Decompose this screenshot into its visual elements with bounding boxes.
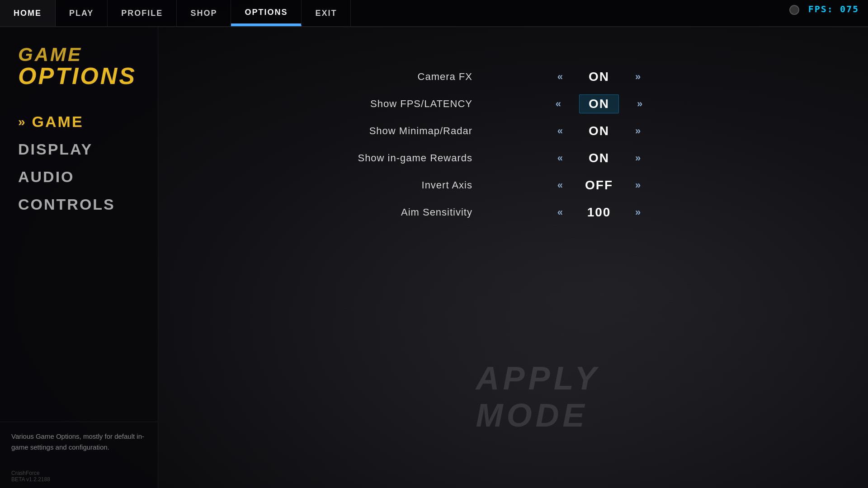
- option-row-invert-axis: Invert AxisOFF: [310, 172, 717, 199]
- arrow-left-show-fps[interactable]: [551, 96, 566, 112]
- option-row-show-minimap: Show Minimap/RadarON: [310, 117, 717, 145]
- nav-items: HOMEPLAYPROFILESHOPOPTIONSEXIT: [0, 0, 351, 26]
- nav-item-exit[interactable]: EXIT: [302, 0, 351, 26]
- sidebar-item-label-display: DISPLAY: [18, 141, 93, 158]
- option-label-camera-fx: Camera FX: [310, 71, 481, 83]
- option-row-camera-fx: Camera FXON: [310, 63, 717, 90]
- option-control-camera-fx: ON: [481, 69, 717, 85]
- arrow-right-camera-fx[interactable]: [631, 69, 645, 85]
- fps-value: 075: [840, 4, 859, 14]
- navigation-bar: HOMEPLAYPROFILESHOPOPTIONSEXIT FPS: 075: [0, 0, 868, 27]
- option-control-aim-sensitivity: 100: [481, 204, 717, 221]
- option-row-show-rewards: Show in-game RewardsON: [310, 145, 717, 172]
- version-info: CrashForce BETA v1.2.2188: [0, 466, 158, 488]
- sidebar-menu: »GAMEDISPLAYAUDIOCONTROLS: [0, 97, 158, 422]
- title-line1: GAME: [18, 45, 140, 64]
- option-row-aim-sensitivity: Aim Sensitivity100: [310, 199, 717, 226]
- version-line2: BETA v1.2.2188: [11, 476, 146, 483]
- nav-item-shop[interactable]: SHOP: [177, 0, 231, 26]
- arrow-right-aim-sensitivity[interactable]: [631, 204, 645, 221]
- arrow-right-invert-axis[interactable]: [631, 177, 645, 193]
- option-value-show-minimap: ON: [581, 124, 617, 138]
- sidebar-description: Various Game Options, mostly for default…: [0, 422, 158, 466]
- arrow-left-aim-sensitivity[interactable]: [553, 204, 567, 221]
- sidebar-item-label-controls: CONTROLS: [18, 196, 115, 213]
- arrow-left-show-minimap[interactable]: [553, 123, 567, 139]
- title-line2: OPTIONS: [18, 64, 140, 88]
- arrow-right-show-rewards[interactable]: [631, 150, 645, 166]
- arrow-left-show-rewards[interactable]: [553, 150, 567, 166]
- fps-label: FPS:: [808, 4, 834, 14]
- option-value-camera-fx: ON: [581, 70, 617, 84]
- option-label-aim-sensitivity: Aim Sensitivity: [310, 206, 481, 218]
- option-value-invert-axis: OFF: [581, 178, 617, 192]
- option-control-invert-axis: OFF: [481, 177, 717, 193]
- description-text: Various Game Options, mostly for default…: [11, 431, 146, 453]
- nav-item-options[interactable]: OPTIONS: [231, 0, 302, 26]
- option-control-show-minimap: ON: [481, 123, 717, 139]
- main-content: Camera FXONShow FPS/LATENCYONShow Minima…: [158, 27, 868, 488]
- apply-overlay: APPLYMODE: [476, 360, 600, 434]
- version-line1: CrashForce: [11, 470, 146, 476]
- option-row-show-fps: Show FPS/LATENCYON: [310, 90, 717, 117]
- option-value-show-fps: ON: [579, 94, 619, 113]
- arrow-left-invert-axis[interactable]: [553, 177, 567, 193]
- active-arrow-icon: »: [18, 115, 27, 129]
- fps-counter: FPS: 075: [789, 4, 859, 15]
- arrow-right-show-minimap[interactable]: [631, 123, 645, 139]
- sidebar-item-label-game: GAME: [32, 113, 84, 131]
- fps-icon: [789, 5, 799, 15]
- arrow-left-camera-fx[interactable]: [553, 69, 567, 85]
- nav-item-home[interactable]: HOME: [0, 0, 56, 26]
- option-label-show-minimap: Show Minimap/Radar: [310, 125, 481, 137]
- sidebar-item-audio[interactable]: AUDIO: [18, 165, 140, 188]
- option-label-invert-axis: Invert Axis: [310, 179, 481, 191]
- option-value-aim-sensitivity: 100: [581, 205, 617, 220]
- option-control-show-rewards: ON: [481, 150, 717, 166]
- sidebar-item-controls[interactable]: CONTROLS: [18, 193, 140, 216]
- sidebar: GAME OPTIONS »GAMEDISPLAYAUDIOCONTROLS V…: [0, 27, 158, 488]
- sidebar-title: GAME OPTIONS: [0, 27, 158, 97]
- option-label-show-rewards: Show in-game Rewards: [310, 152, 481, 164]
- sidebar-item-display[interactable]: DISPLAY: [18, 138, 140, 161]
- options-container: Camera FXONShow FPS/LATENCYONShow Minima…: [310, 63, 717, 226]
- arrow-right-show-fps[interactable]: [632, 96, 647, 112]
- nav-item-profile[interactable]: PROFILE: [108, 0, 177, 26]
- apply-label-bg: APPLYMODE: [476, 360, 600, 433]
- sidebar-item-label-audio: AUDIO: [18, 168, 75, 186]
- nav-item-play[interactable]: PLAY: [56, 0, 108, 26]
- option-value-show-rewards: ON: [581, 151, 617, 165]
- sidebar-item-game[interactable]: »GAME: [18, 110, 140, 133]
- option-control-show-fps: ON: [481, 94, 717, 113]
- option-label-show-fps: Show FPS/LATENCY: [310, 98, 481, 110]
